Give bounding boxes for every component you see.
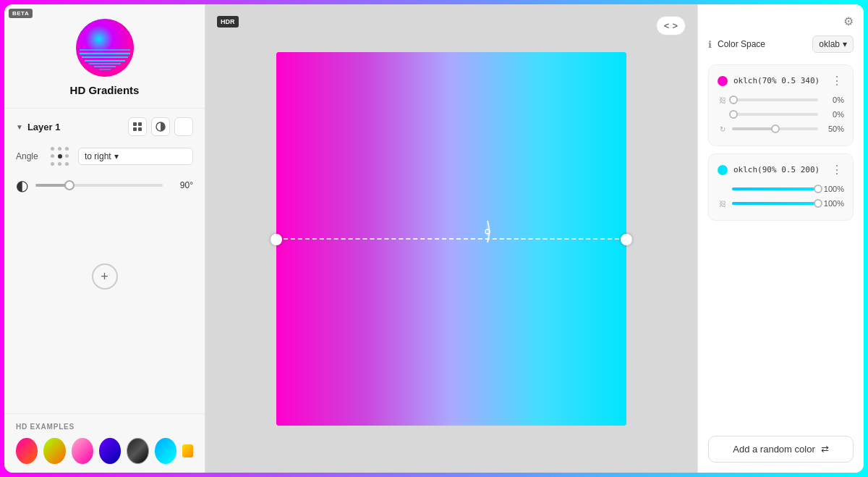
- example-swatch-4[interactable]: [99, 438, 121, 464]
- nav-left-icon: <: [664, 20, 670, 31]
- svg-rect-9: [133, 122, 137, 126]
- example-swatch-5[interactable]: [127, 438, 149, 464]
- example-swatch-3[interactable]: [72, 438, 93, 464]
- chevron-down-icon: ▾: [114, 151, 119, 161]
- color-space-label: Color Space: [718, 39, 807, 49]
- moon-icon-btn[interactable]: [174, 117, 193, 136]
- color-dot-1[interactable]: [718, 76, 728, 86]
- beta-badge: BETA: [9, 9, 33, 18]
- layer-section: ▼ Layer 1 Angle: [4, 109, 205, 413]
- example-swatch-6[interactable]: [155, 438, 176, 464]
- more-btn-2[interactable]: ⋮: [830, 161, 844, 178]
- chain-icon: ⛓: [718, 95, 728, 105]
- gradient-handle-right[interactable]: [621, 234, 632, 245]
- slider-1c-value: 50%: [822, 124, 844, 133]
- angle-label: Angle: [16, 151, 43, 161]
- hd-examples-section: HD EXAMPLES: [4, 413, 205, 473]
- slider-row-1c: ↻ 50%: [718, 124, 844, 134]
- example-swatch-7[interactable]: [182, 444, 193, 457]
- color-stop-2-label: oklch(90% 0.5 200): [733, 165, 824, 174]
- more-btn-1[interactable]: ⋮: [830, 72, 844, 89]
- degree-value: 90°: [170, 180, 193, 190]
- slider-row-1a: ⛓ 0%: [718, 95, 844, 105]
- add-random-section: Add a random color ⇄: [708, 424, 854, 463]
- slider-1c[interactable]: [732, 127, 818, 130]
- angle-select[interactable]: to right ▾: [78, 148, 193, 165]
- chain-icon-2: ⛓: [718, 198, 728, 208]
- slider-2a[interactable]: [732, 187, 818, 190]
- blank-icon-2: [718, 184, 728, 194]
- sidebar: HD Gradients ▼ Layer 1: [4, 4, 205, 473]
- app-logo: [76, 19, 134, 77]
- nav-right-icon: >: [672, 20, 678, 31]
- color-space-row: ℹ Color Space oklab ▾: [708, 35, 854, 53]
- slider-row-2b: ⛓ 100%: [718, 198, 844, 208]
- hdr-badge: HDR: [217, 16, 239, 28]
- color-dot-2[interactable]: [718, 165, 728, 175]
- angle-row: Angle to right ▾: [16, 146, 193, 166]
- color-stop-2: oklch(90% 0.5 200) ⋮ 100% ⛓ 100%: [708, 153, 854, 221]
- shuffle-icon: ⇄: [821, 444, 829, 455]
- right-panel: ⚙ ℹ Color Space oklab ▾ oklch(70% 0.5 34…: [697, 4, 864, 473]
- slider-1b-value: 0%: [822, 110, 844, 119]
- svg-rect-10: [138, 122, 142, 126]
- slider-2b-value: 100%: [822, 199, 844, 208]
- degree-slider[interactable]: [35, 184, 163, 187]
- add-random-label: Add a random color: [733, 444, 814, 455]
- svg-point-1: [76, 19, 134, 77]
- example-swatch-2[interactable]: [43, 438, 65, 464]
- gear-icon[interactable]: ⚙: [843, 14, 854, 28]
- info-icon: ℹ: [708, 39, 712, 50]
- hd-examples-label: HD EXAMPLES: [16, 423, 193, 431]
- color-space-select[interactable]: oklab ▾: [812, 35, 854, 53]
- sidebar-header: HD Gradients: [4, 4, 205, 109]
- layer-chevron[interactable]: ▼: [16, 123, 23, 131]
- slider-row-2a: 100%: [718, 184, 844, 194]
- color-stop-1-label: oklch(70% 0.5 340): [733, 76, 824, 85]
- rotate-icon: ↻: [718, 124, 728, 134]
- slider-1a[interactable]: [732, 98, 818, 101]
- layer-title: Layer 1: [27, 122, 61, 132]
- grid-icon-btn[interactable]: [128, 117, 147, 136]
- blank-icon-1: [718, 109, 728, 119]
- curve-handle[interactable]: [473, 217, 502, 246]
- slider-2a-value: 100%: [822, 185, 844, 193]
- direction-dot-grid[interactable]: [51, 146, 71, 166]
- canvas-area: HDR < >: [205, 4, 697, 473]
- example-swatch-1[interactable]: [16, 438, 38, 464]
- svg-rect-11: [133, 127, 137, 131]
- gradient-canvas[interactable]: [276, 52, 626, 426]
- add-random-button[interactable]: Add a random color ⇄: [708, 436, 854, 463]
- slider-row-1b: 0%: [718, 109, 844, 119]
- add-layer-button[interactable]: +: [92, 263, 118, 290]
- slider-2b[interactable]: [732, 202, 818, 205]
- gradient-handle-left[interactable]: [271, 234, 282, 245]
- half-circle-icon-btn[interactable]: [151, 117, 170, 136]
- color-stop-1: oklch(70% 0.5 340) ⋮ ⛓ 0% 0%: [708, 64, 854, 146]
- angle-icon: ◐: [16, 177, 28, 194]
- degree-row: ◐ 90°: [16, 177, 193, 194]
- chevron-down-icon: ▾: [843, 39, 847, 49]
- canvas-nav-button[interactable]: < >: [656, 16, 686, 35]
- app-title: HD Gradients: [70, 84, 140, 96]
- slider-1a-value: 0%: [822, 96, 844, 104]
- slider-1b[interactable]: [732, 113, 818, 116]
- svg-rect-12: [138, 127, 142, 131]
